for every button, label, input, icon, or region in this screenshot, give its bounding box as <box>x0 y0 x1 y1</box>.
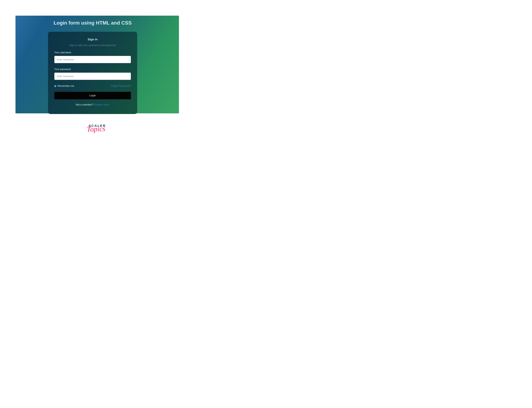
remember-me-wrapper: Remember me <box>54 85 74 87</box>
password-input[interactable] <box>54 73 131 80</box>
options-row: Remember me Forgot Password? <box>54 85 131 87</box>
forgot-password-link[interactable]: Forgot Password? <box>111 85 131 87</box>
remember-me-checkbox[interactable] <box>54 85 56 87</box>
page-title: Login form using HTML and CSS <box>48 20 137 26</box>
register-row: Not a member? Register here! <box>54 103 131 106</box>
username-label: Your username <box>54 51 131 54</box>
username-group: Your username <box>54 51 131 63</box>
password-label: Your password <box>54 68 131 71</box>
scaler-topics-logo: SCALER Topics <box>0 124 195 132</box>
password-group: Your password <box>54 68 131 80</box>
topics-brand-text: Topics <box>87 125 106 132</box>
register-link[interactable]: Register here! <box>94 103 110 106</box>
signin-subtitle: Sign in with your username and password <box>54 44 131 47</box>
login-form-card: Sign in Sign in with your username and p… <box>48 32 137 114</box>
not-member-text: Not a member? <box>76 103 94 106</box>
signin-title: Sign in <box>54 38 131 41</box>
username-input[interactable] <box>54 56 131 63</box>
gradient-background-panel: Login form using HTML and CSS Sign in Si… <box>16 16 179 113</box>
login-button[interactable]: Login <box>54 92 131 99</box>
remember-me-label: Remember me <box>58 85 74 87</box>
